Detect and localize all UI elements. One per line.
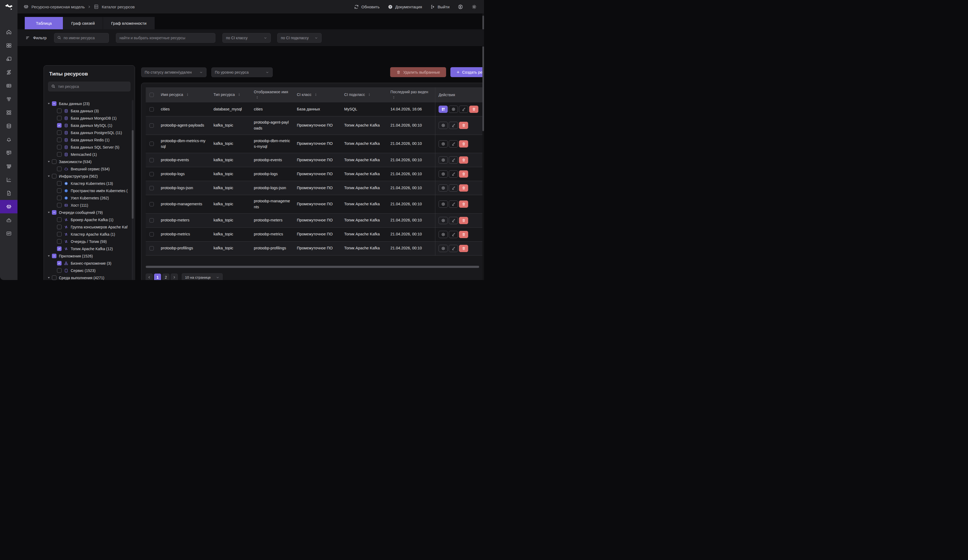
- row-checkbox[interactable]: [149, 123, 154, 128]
- breadcrumb-catalog[interactable]: Каталог ресурсов: [102, 5, 135, 9]
- tree-item[interactable]: База данных MongoDB (1): [44, 114, 131, 122]
- row-checkbox[interactable]: [149, 186, 154, 190]
- tree-item[interactable]: Очередь / Топик (59): [44, 238, 131, 245]
- sidebar-item-monitoring[interactable]: [0, 146, 18, 160]
- level-filter-select[interactable]: По уровню ресурса: [211, 68, 273, 77]
- status-filter-select[interactable]: По статусу активен/удален: [141, 68, 207, 77]
- tree-checkbox[interactable]: [52, 159, 56, 164]
- view-button[interactable]: [439, 122, 448, 129]
- language-globe-button[interactable]: [457, 4, 463, 10]
- view-button[interactable]: [449, 106, 458, 113]
- delete-button[interactable]: [459, 156, 468, 164]
- page-button-1[interactable]: 1: [154, 274, 161, 280]
- row-checkbox[interactable]: [149, 158, 154, 162]
- edit-button[interactable]: [459, 106, 468, 113]
- tree-checkbox[interactable]: [57, 239, 61, 244]
- edit-button[interactable]: [449, 156, 458, 164]
- tree-checkbox[interactable]: [57, 145, 61, 149]
- sort-icon[interactable]: [237, 93, 241, 98]
- delete-button[interactable]: [459, 170, 468, 178]
- sidebar-item-activity[interactable]: [0, 227, 18, 240]
- tree-checkbox[interactable]: [57, 137, 61, 142]
- caret-down-icon[interactable]: [48, 175, 52, 177]
- tree-checkbox[interactable]: [57, 196, 61, 200]
- tree-checkbox[interactable]: [57, 167, 61, 171]
- view-button[interactable]: [439, 217, 448, 224]
- tree-checkbox[interactable]: [57, 261, 61, 266]
- tree-item[interactable]: Инфраструктура (562): [44, 172, 131, 180]
- tree-checkbox[interactable]: [57, 152, 61, 157]
- row-checkbox[interactable]: [149, 172, 154, 176]
- create-resource-button[interactable]: + Создать ресурс: [450, 67, 484, 77]
- delete-button[interactable]: [459, 217, 468, 224]
- tree-checkbox[interactable]: [57, 217, 61, 222]
- sidebar-item-integrations[interactable]: [0, 106, 18, 119]
- delete-button[interactable]: [459, 122, 468, 129]
- tab-граф-связей[interactable]: Граф связей: [63, 17, 103, 29]
- tree-checkbox[interactable]: [57, 181, 61, 186]
- tree-checkbox[interactable]: [57, 225, 61, 229]
- delete-button[interactable]: [459, 231, 468, 238]
- edit-button[interactable]: [449, 217, 458, 224]
- delete-button[interactable]: [469, 106, 478, 113]
- tree-item[interactable]: Кластер Kubernetes (13): [44, 180, 131, 187]
- view-button[interactable]: [439, 140, 448, 147]
- row-checkbox[interactable]: [149, 246, 154, 250]
- row-checkbox[interactable]: [149, 107, 154, 112]
- tree-item[interactable]: База данных PostgreSQL (11): [44, 129, 131, 136]
- delete-button[interactable]: [459, 200, 468, 208]
- sidebar-item-resource-model[interactable]: [0, 200, 18, 213]
- delete-button[interactable]: [459, 140, 468, 147]
- tree-item[interactable]: База данных (3): [44, 107, 131, 114]
- sidebar-item-servers[interactable]: [0, 79, 18, 93]
- tree-item[interactable]: Хост (111): [44, 202, 131, 209]
- tree-scrollbar-thumb[interactable]: [132, 130, 134, 219]
- row-checkbox[interactable]: [149, 202, 154, 206]
- tree-item[interactable]: Группа консьюмеров Apache Kaf: [44, 223, 131, 231]
- sidebar-item-queues[interactable]: [0, 160, 18, 173]
- edit-button[interactable]: [449, 140, 458, 147]
- add-to-dashboard-button[interactable]: [439, 106, 448, 113]
- sort-icon[interactable]: [392, 95, 396, 101]
- refresh-button[interactable]: Обновить: [354, 4, 380, 10]
- tree-checkbox[interactable]: [57, 116, 61, 121]
- caret-down-icon[interactable]: [48, 276, 52, 279]
- caret-down-icon[interactable]: [48, 211, 52, 214]
- edit-button[interactable]: [449, 245, 458, 252]
- sidebar-item-clusters[interactable]: [0, 93, 18, 106]
- sort-icon[interactable]: [255, 95, 259, 101]
- tree-checkbox[interactable]: [57, 203, 61, 207]
- tree-checkbox[interactable]: [52, 210, 56, 215]
- page-size-select[interactable]: 10 на странице: [182, 273, 223, 280]
- caret-down-icon[interactable]: [48, 102, 52, 105]
- edit-button[interactable]: [449, 200, 458, 208]
- resource-find-input[interactable]: [116, 33, 215, 43]
- column-header-label[interactable]: Тип ресурса: [214, 92, 241, 98]
- edit-button[interactable]: [449, 184, 458, 192]
- caret-down-icon[interactable]: [48, 160, 52, 163]
- view-button[interactable]: [439, 170, 448, 178]
- tree-item[interactable]: База данных Redis (1): [44, 136, 131, 144]
- tree-checkbox[interactable]: [57, 109, 61, 113]
- tab-таблица[interactable]: Таблица: [25, 17, 63, 29]
- edit-button[interactable]: [449, 122, 458, 129]
- tree-item[interactable]: Внешний сервис (534): [44, 165, 131, 172]
- tree-item[interactable]: Топик Apache Kafka (12): [44, 245, 131, 252]
- tab-граф-вложенности[interactable]: Граф вложенности: [103, 17, 154, 29]
- tree-checkbox[interactable]: [57, 246, 61, 251]
- view-button[interactable]: [439, 231, 448, 238]
- sort-icon[interactable]: [314, 93, 318, 98]
- edit-button[interactable]: [449, 170, 458, 178]
- tree-checkbox[interactable]: [52, 276, 56, 280]
- tree-item[interactable]: Базы данных (23): [44, 100, 131, 107]
- edit-button[interactable]: [449, 231, 458, 238]
- sidebar-item-apps[interactable]: [0, 39, 18, 52]
- sidebar-item-devices[interactable]: [0, 52, 18, 66]
- column-header-label[interactable]: CI класс: [297, 92, 318, 98]
- sidebar-item-home[interactable]: [0, 25, 18, 39]
- ci-class-select[interactable]: по CI классу: [222, 33, 271, 43]
- row-checkbox[interactable]: [149, 232, 154, 236]
- tree-item[interactable]: Пространство имён Kubernetes (: [44, 187, 131, 194]
- row-checkbox[interactable]: [149, 142, 154, 146]
- sidebar-item-databases[interactable]: [0, 119, 18, 133]
